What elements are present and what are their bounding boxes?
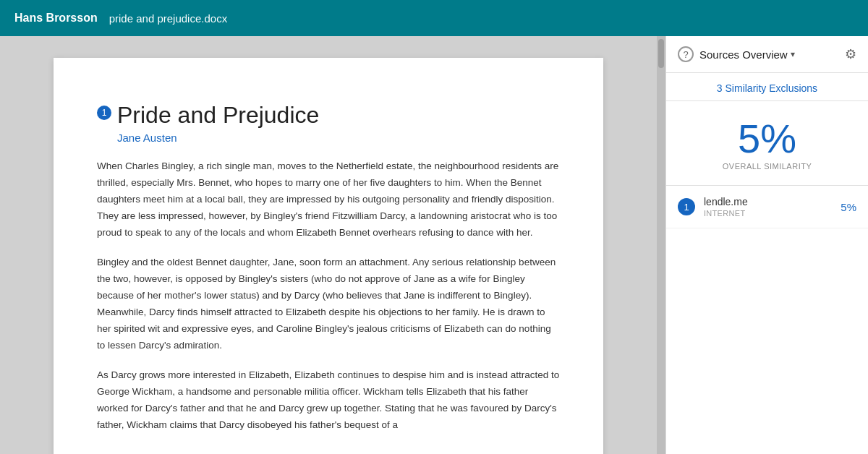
doc-paragraph-2: Bingley and the oldest Bennet daughter, … (97, 254, 560, 354)
source-type: INTERNET (704, 209, 841, 218)
help-icon[interactable]: ? (678, 46, 694, 62)
doc-paragraph-1: When Charles Bingley, a rich single man,… (97, 158, 560, 241)
gear-icon[interactable]: ⚙ (845, 46, 856, 62)
similarity-label: OVERALL SIMILARITY (678, 162, 856, 171)
chevron-down-icon: ▾ (791, 49, 795, 59)
app-header: Hans Brorsson pride and prejudice.docx (0, 0, 868, 36)
document-area: 1 Pride and Prejudice Jane Austen When C… (0, 36, 657, 454)
doc-paragraph-3: As Darcy grows more interested in Elizab… (97, 367, 560, 434)
source-badge: 1 (678, 198, 695, 215)
sources-overview-button[interactable]: Sources Overview ▾ (699, 48, 795, 61)
scrollbar-track[interactable] (657, 36, 665, 454)
right-sidebar: ? Sources Overview ▾ ⚙ 3 Similarity Excl… (665, 36, 868, 454)
source-list: 1 lendle.me INTERNET 5% (666, 186, 868, 454)
username: Hans Brorsson (14, 12, 98, 25)
document-paper: 1 Pride and Prejudice Jane Austen When C… (54, 58, 603, 454)
sidebar-header-left: ? Sources Overview ▾ (678, 46, 795, 62)
filename: pride and prejudice.docx (109, 12, 227, 25)
doc-title: Pride and Prejudice (117, 101, 319, 129)
doc-title-wrapper: 1 Pride and Prejudice (97, 101, 560, 129)
main-content: 1 Pride and Prejudice Jane Austen When C… (0, 36, 868, 454)
similarity-exclusions-section: 3 Similarity Exclusions (666, 73, 868, 101)
similarity-percent: 5% (678, 119, 856, 159)
source-percent: 5% (841, 201, 856, 213)
scrollbar-thumb[interactable] (658, 39, 664, 68)
overall-similarity-section: 5% OVERALL SIMILARITY (666, 101, 868, 186)
doc-title-badge: 1 (97, 106, 111, 120)
source-item[interactable]: 1 lendle.me INTERNET 5% (666, 186, 868, 228)
sources-overview-label: Sources Overview (699, 48, 788, 61)
sidebar-header: ? Sources Overview ▾ ⚙ (666, 36, 868, 73)
source-info: lendle.me INTERNET (704, 196, 841, 218)
similarity-exclusions-link[interactable]: 3 Similarity Exclusions (717, 82, 817, 94)
doc-author: Jane Austen (117, 132, 560, 144)
source-name: lendle.me (704, 196, 841, 207)
